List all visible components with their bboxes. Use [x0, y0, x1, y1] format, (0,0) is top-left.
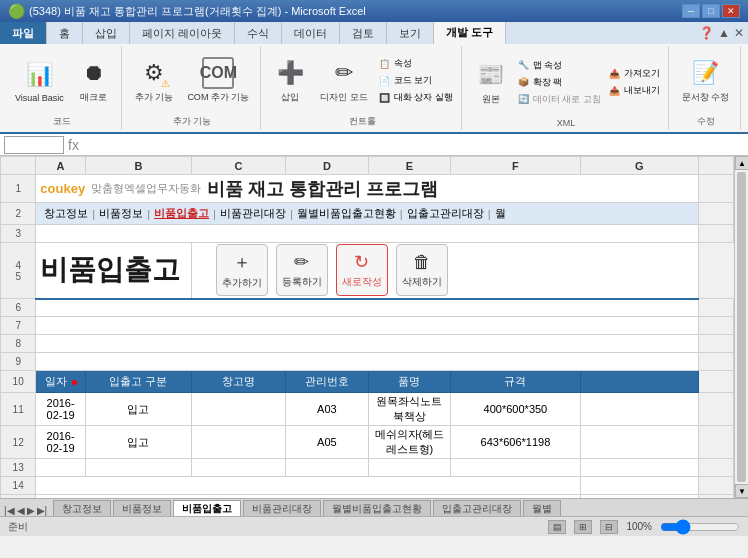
cell-11-spec[interactable]: 400*600*350	[451, 393, 581, 426]
cell-14-extra	[580, 477, 698, 495]
new-write-button[interactable]: ↻ 새로작성	[336, 244, 388, 296]
refresh-button[interactable]: 🔄 데이터 새로 고침	[516, 92, 603, 107]
visual-basic-button[interactable]: 📊 Visual Basic	[10, 56, 69, 106]
normal-view-btn[interactable]: ▤	[548, 520, 566, 534]
nav-item-month[interactable]: 월	[495, 206, 506, 221]
tab-developer[interactable]: 개발 도구	[434, 22, 506, 44]
cell-9h	[698, 353, 733, 371]
cell-nav[interactable]: 창고정보 | 비품정보 | 비품입출고 | 비품관리대장 | 월별비품입출고현황…	[36, 203, 698, 225]
insert-button[interactable]: ➕ 삽입	[269, 54, 311, 107]
scroll-up[interactable]: ▲	[735, 156, 748, 170]
doc-modify-button[interactable]: 📝 문서창 수정	[677, 54, 735, 107]
page-layout-btn[interactable]: ⊞	[574, 520, 592, 534]
import-button[interactable]: 📥 가져오기	[607, 66, 662, 81]
tab-page-layout[interactable]: 페이지 레이아웃	[130, 22, 235, 44]
cell-12-date[interactable]: 2016-02-19	[36, 426, 85, 459]
design-mode-button[interactable]: ✏ 디자인 모드	[315, 54, 373, 107]
cell-13-wh[interactable]	[191, 459, 285, 477]
com-addins-button[interactable]: COM COM 추가 기능	[182, 54, 254, 107]
nav-item-monthly[interactable]: 월별비품입출고현황	[297, 206, 396, 221]
col-header-f: F	[451, 157, 581, 175]
nav-item-warehouse[interactable]: 창고정보	[44, 206, 88, 221]
tab-insert[interactable]: 삽입	[83, 22, 130, 44]
close-ribbon-icon[interactable]: ✕	[734, 26, 744, 40]
cell-13h	[698, 459, 733, 477]
cell-11-code[interactable]: A03	[286, 393, 368, 426]
addins-button[interactable]: ⚙ ⚠ 추가 기능	[130, 54, 179, 107]
source-button[interactable]: 📰 원본	[470, 56, 512, 109]
view-code-button[interactable]: 📄 코드 보기	[377, 73, 455, 88]
cell-12-type[interactable]: 입고	[85, 426, 191, 459]
first-tab-btn[interactable]: |◀	[4, 505, 15, 516]
tab-review[interactable]: 검토	[340, 22, 387, 44]
row-6: 6	[1, 299, 734, 317]
nav-item-ledger[interactable]: 비품관리대장	[220, 206, 286, 221]
vertical-scrollbar[interactable]: ▲ ▼	[734, 156, 748, 498]
properties-button[interactable]: 📋 속성	[377, 56, 455, 71]
add-button[interactable]: ＋ 추가하기	[216, 244, 268, 296]
tab-data[interactable]: 데이터	[282, 22, 340, 44]
macro-button[interactable]: ⏺ 매크로	[73, 54, 115, 107]
cell-12-name[interactable]: 메쉬의자(헤드레스트형)	[368, 426, 450, 459]
export-button[interactable]: 📤 내보내기	[607, 83, 662, 98]
row-num-3: 3	[1, 225, 36, 243]
row-12[interactable]: 12 2016-02-19 입고 A05 메쉬의자(헤드레스트형) 643*60…	[1, 426, 734, 459]
tab-formulas[interactable]: 수식	[235, 22, 282, 44]
help-icon[interactable]: ❓	[699, 26, 714, 40]
col-header-h	[698, 157, 733, 175]
tab-file[interactable]: 파일	[0, 22, 47, 44]
cell-11-type[interactable]: 입고	[85, 393, 191, 426]
nav-item-items[interactable]: 비품정보	[99, 206, 143, 221]
delete-button[interactable]: 🗑 삭제하기	[396, 244, 448, 296]
cell-11-name[interactable]: 원목좌식노트북책상	[368, 393, 450, 426]
cell-13-code[interactable]	[286, 459, 368, 477]
cell-12-warehouse[interactable]	[191, 426, 285, 459]
scroll-thumb[interactable]	[737, 172, 746, 482]
page-break-btn[interactable]: ⊟	[600, 520, 618, 534]
cell-1a[interactable]: coukey 맞춤형엑셀업무자동화 비품 재고 통합관리 프로그램	[36, 175, 698, 203]
minimize-ribbon-icon[interactable]: ▲	[718, 26, 730, 40]
name-box[interactable]	[4, 136, 64, 154]
restore-button[interactable]: □	[702, 4, 720, 18]
spreadsheet-grid: A B C D E F G 1	[0, 156, 734, 498]
tab-ledger[interactable]: 비품관리대장	[243, 500, 321, 516]
col-header-a: A	[36, 157, 85, 175]
tab-view[interactable]: 보기	[387, 22, 434, 44]
row-num-8: 8	[1, 335, 36, 353]
minimize-button[interactable]: ─	[682, 4, 700, 18]
close-button[interactable]: ✕	[722, 4, 740, 18]
next-tab-btn[interactable]: ▶	[27, 505, 35, 516]
prev-tab-btn[interactable]: ◀	[17, 505, 25, 516]
row-num-4: 45	[1, 243, 36, 299]
cell-15[interactable]	[36, 495, 580, 499]
formula-input[interactable]	[83, 136, 744, 154]
nav-item-inout-ledger[interactable]: 입출고관리대장	[407, 206, 484, 221]
nav-item-inout[interactable]: 비품입출고	[154, 206, 209, 221]
row-14: 14	[1, 477, 734, 495]
tab-inout-ledger[interactable]: 입출고관리대장	[433, 500, 521, 516]
tab-items[interactable]: 비품정보	[113, 500, 171, 516]
cell-11-date[interactable]: 2016-02-19	[36, 393, 85, 426]
cell-13-type[interactable]	[85, 459, 191, 477]
scroll-down[interactable]: ▼	[735, 484, 748, 498]
cell-13-spec[interactable]	[451, 459, 581, 477]
cell-12-code[interactable]: A05	[286, 426, 368, 459]
tab-monthly[interactable]: 월별비품입출고현황	[323, 500, 431, 516]
cell-13-name[interactable]	[368, 459, 450, 477]
map-props-button[interactable]: 🔧 맵 속성	[516, 58, 603, 73]
cell-11-warehouse[interactable]	[191, 393, 285, 426]
tab-inout[interactable]: 비품입출고	[173, 500, 241, 516]
cell-12-spec[interactable]: 643*606*1198	[451, 426, 581, 459]
tab-warehouse[interactable]: 창고정보	[53, 500, 111, 516]
cell-14[interactable]	[36, 477, 580, 495]
tab-monthly2[interactable]: 월별	[523, 500, 561, 516]
last-tab-btn[interactable]: ▶|	[37, 505, 48, 516]
zoom-slider[interactable]	[660, 520, 740, 534]
row-11[interactable]: 11 2016-02-19 입고 A03 원목좌식노트북책상 400*600*3…	[1, 393, 734, 426]
cell-8	[36, 335, 698, 353]
expand-button[interactable]: 📦 확장 팩	[516, 75, 603, 90]
cell-13-date[interactable]	[36, 459, 85, 477]
register-button[interactable]: ✏ 등록하기	[276, 244, 328, 296]
tab-home[interactable]: 홈	[47, 22, 83, 44]
dialog-run-button[interactable]: 🔲 대화 상자 실행	[377, 90, 455, 105]
